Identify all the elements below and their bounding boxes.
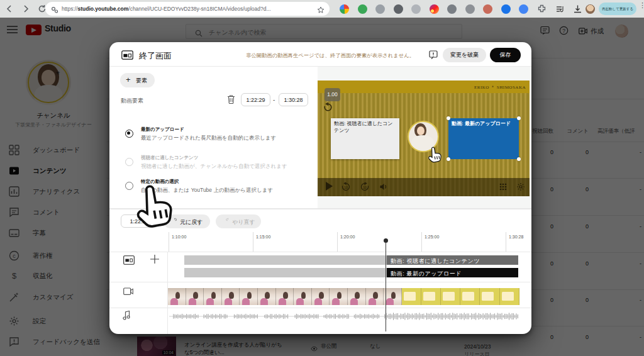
- settings-gear-icon[interactable]: [516, 182, 525, 191]
- plus-icon: +: [126, 75, 131, 84]
- playhead-line[interactable]: [386, 243, 386, 331]
- extension-icon-5[interactable]: [430, 4, 439, 14]
- browser-toolbar: https://studio.youtube.com/channel/UCU-E…: [0, 0, 644, 18]
- playback-speed-badge: 1.00: [325, 88, 340, 101]
- timeline-bar2[interactable]: [184, 268, 387, 277]
- back-icon[interactable]: [5, 4, 14, 13]
- dialog-title: 終了画面: [139, 50, 172, 62]
- hand-cursor-big: [131, 184, 178, 233]
- timeline-bar1[interactable]: [184, 255, 387, 265]
- end-screen-element-white[interactable]: 動画: 視聴者に適したコンテンツ: [331, 118, 399, 159]
- extension-icon-8[interactable]: [483, 4, 492, 14]
- ruler-label-2: 1:20:00: [340, 235, 355, 239]
- forward-10-icon[interactable]: 10: [360, 182, 369, 191]
- play-icon[interactable]: [326, 182, 333, 191]
- playhead-handle[interactable]: [384, 238, 388, 243]
- video-element-label: 動画要素: [121, 97, 143, 105]
- bookmark-star-icon[interactable]: [317, 5, 325, 13]
- end-screen-icon: [121, 50, 133, 60]
- timeline-add-icon[interactable]: [150, 254, 160, 264]
- extension-icon-0[interactable]: [340, 4, 349, 14]
- extension-icon-9[interactable]: [501, 4, 511, 14]
- delete-icon[interactable]: [227, 94, 235, 104]
- svg-text:10: 10: [344, 186, 348, 189]
- redo-button[interactable]: やり直す: [216, 214, 261, 228]
- time-range-dash: -: [273, 96, 275, 103]
- timeline-segment-viewer-content[interactable]: 動画: 視聴者に適したコンテンツ: [387, 255, 518, 265]
- download-icon[interactable]: [573, 4, 582, 14]
- url-text: https://studio.youtube.com/channel/UCU-E…: [62, 6, 313, 12]
- radio-latest-upload-desc: 最近アップロードされた長尺動画を自動的に表示します: [141, 135, 276, 142]
- forward-icon[interactable]: [21, 4, 30, 13]
- radio-viewer-content[interactable]: [125, 158, 133, 166]
- dialog-warning: 非公開動画の動画再生ページでは、終了画面の要素が表示されません。: [246, 52, 414, 59]
- timeline-filmstrip: [168, 288, 518, 305]
- timeline-endscreen-icon: [123, 255, 135, 265]
- radio-viewer-content-label: 視聴者に適したコンテンツ: [141, 155, 198, 161]
- end-screen-dialog: 終了画面 非公開動画の動画再生ページでは、終了画面の要素が表示されません。 変更…: [109, 42, 531, 334]
- replay-icon: [323, 103, 333, 112]
- player-controls: 10 10: [318, 178, 530, 196]
- profile-extension-icon[interactable]: [586, 4, 595, 14]
- ruler-tick: [337, 232, 338, 252]
- extension-icon-11[interactable]: [537, 4, 547, 14]
- extension-icon-7[interactable]: [465, 4, 475, 14]
- hand-cursor-small: [426, 146, 443, 165]
- ruler-tick: [253, 232, 253, 252]
- extension-icon-1[interactable]: [358, 4, 367, 14]
- extension-icon-2[interactable]: [375, 4, 385, 14]
- ruler-label-4: 1:30:28: [509, 235, 523, 239]
- discard-changes-button[interactable]: 変更を破棄: [443, 48, 486, 62]
- extension-icon-3[interactable]: [394, 4, 403, 14]
- video-preview[interactable]: ERIKO ＊ SHIMOSAKA 1.00 動画: 視聴者に適したコンテンツ …: [318, 81, 530, 196]
- site-info-icon[interactable]: [51, 5, 58, 13]
- timeline-audio-icon: [123, 310, 131, 320]
- svg-text:10: 10: [363, 186, 367, 189]
- ruler-tick: [506, 232, 506, 252]
- ruler-label-1: 1:15:00: [256, 235, 270, 239]
- address-bar[interactable]: https://studio.youtube.com/channel/UCU-E…: [45, 2, 330, 16]
- ruler-tick: [421, 232, 422, 252]
- video-watermark: ERIKO ＊ SHIMOSAKA: [474, 84, 526, 91]
- timeline-segment-latest-upload[interactable]: 動画: 最新のアップロード: [387, 268, 518, 277]
- preview-panel: ERIKO ＊ SHIMOSAKA 1.00 動画: 視聴者に適したコンテンツ …: [318, 67, 531, 208]
- timeline-video-icon: [123, 287, 133, 296]
- extension-icon-6[interactable]: [447, 4, 457, 14]
- radio-latest-upload[interactable]: [125, 130, 133, 138]
- timeline-waveform: [168, 309, 518, 324]
- extension-icon-4[interactable]: [411, 4, 421, 14]
- end-screen-element-blue[interactable]: 動画: 最新のアップロード: [448, 118, 519, 159]
- ruler-tick: [169, 232, 169, 252]
- add-element-button[interactable]: + 要素: [120, 73, 155, 87]
- ruler-label-3: 1:25:00: [425, 235, 439, 239]
- radio-viewer-content-desc: 視聴者に適した動画が、チャンネルから自動で選択されます: [141, 163, 287, 170]
- ruler-label-0: 1:10:00: [172, 235, 186, 239]
- redo-icon: [222, 218, 229, 225]
- warning-feedback-icon[interactable]: [429, 50, 438, 59]
- volume-icon[interactable]: [379, 182, 388, 191]
- media-controls-icon[interactable]: [556, 4, 565, 14]
- end-time-input[interactable]: 1:30:28: [279, 93, 308, 106]
- start-time-input[interactable]: 1:22:29: [241, 93, 270, 106]
- rewind-10-icon[interactable]: 10: [341, 182, 350, 191]
- extension-icon-10[interactable]: [519, 4, 528, 14]
- grid-icon[interactable]: [499, 182, 508, 191]
- save-button[interactable]: 保存: [490, 48, 521, 62]
- browser-update-button[interactable]: 再起動して更新する: [599, 3, 636, 15]
- browser-menu-icon[interactable]: ⋮: [639, 4, 641, 14]
- radio-latest-upload-label: 最新のアップロード: [141, 126, 184, 133]
